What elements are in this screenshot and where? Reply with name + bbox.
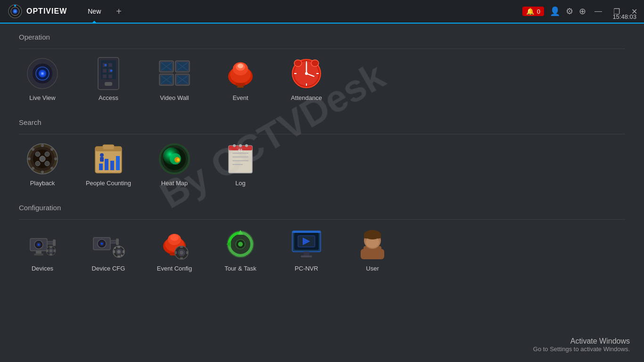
svg-point-132 [170,234,179,241]
log-icon: 01 [223,142,257,176]
menu-item-heat-map[interactable]: Heat Map [151,142,198,187]
svg-rect-77 [110,161,114,170]
svg-rect-118 [116,239,119,245]
attendance-label: Attendance [291,94,322,101]
bell-icon: 🔔 [526,8,534,15]
pc-nvr-icon [289,227,323,261]
playback-icon [25,142,59,176]
log-label: Log [235,180,246,187]
svg-point-63 [40,156,45,162]
main-content: Operation Live View [0,24,644,362]
time-display: 15:48:03 [612,13,636,20]
svg-rect-104 [36,251,41,254]
event-config-label: Event Config [157,265,192,272]
svg-point-70 [32,167,34,170]
svg-rect-41 [237,86,244,88]
menu-item-log[interactable]: 01 Log [217,142,264,187]
heat-map-label: Heat Map [161,180,188,187]
svg-rect-117 [110,240,117,243]
svg-rect-105 [34,254,43,255]
operation-items: Live View [19,57,625,109]
svg-point-95 [233,144,236,147]
svg-point-68 [32,148,34,151]
svg-rect-111 [46,249,48,252]
device-cfg-icon [91,227,125,261]
live-view-icon [25,57,59,90]
svg-point-64 [41,144,44,147]
svg-rect-102 [47,241,54,244]
svg-point-61 [35,161,40,166]
menu-item-attendance[interactable]: Attendance [283,57,330,101]
svg-point-101 [38,244,40,246]
user-label: User [366,265,379,272]
svg-rect-112 [54,249,56,252]
section-search: Search [19,118,625,194]
minimize-button[interactable]: — [592,7,605,16]
pc-nvr-label: PC-NVR [295,265,318,272]
svg-rect-17 [103,74,107,78]
section-search-title: Search [19,118,625,126]
svg-rect-80 [100,157,104,162]
svg-rect-124 [113,250,115,253]
people-counting-label: People Counting [86,180,131,187]
svg-text:01: 01 [239,148,243,152]
video-wall-icon [157,57,191,90]
svg-rect-150 [304,252,309,255]
menu-item-playback[interactable]: Playback [19,142,66,187]
devices-label: Devices [32,265,53,272]
svg-point-108 [50,249,52,252]
devices-icon [25,227,59,261]
section-search-sep [19,134,625,134]
svg-point-79 [100,153,104,157]
settings-icon[interactable]: ⚙ [566,6,573,16]
svg-rect-151 [301,255,312,257]
menu-item-access[interactable]: Access [85,57,132,101]
svg-rect-75 [99,164,103,170]
svg-rect-136 [180,246,183,248]
menu-item-devices[interactable]: Devices [19,227,66,272]
menu-item-video-wall[interactable]: Video Wall [151,57,198,101]
event-icon [223,57,257,90]
svg-rect-76 [105,159,108,170]
menu-item-device-cfg[interactable]: Device CFG [85,227,132,272]
menu-item-event-config[interactable]: Event Config [151,227,198,272]
alert-badge[interactable]: 🔔 0 [522,7,544,16]
svg-point-97 [245,144,248,147]
menu-item-event[interactable]: Event [217,57,264,101]
svg-point-54 [294,60,302,66]
svg-rect-157 [364,235,381,239]
svg-rect-18 [108,74,112,78]
configuration-items: Devices [19,227,625,280]
playback-label: Playback [30,180,55,187]
app-logo-icon [8,4,23,19]
svg-point-62 [45,161,50,166]
tab-area: New + [78,5,125,18]
menu-item-user[interactable]: User [349,227,396,272]
svg-rect-122 [117,246,120,248]
search-items: Playback [19,142,625,194]
svg-point-96 [239,144,242,147]
svg-point-59 [35,152,40,156]
svg-point-69 [50,148,53,151]
svg-point-135 [180,251,183,255]
svg-point-144 [238,242,243,247]
svg-point-67 [54,157,57,160]
logo-area: OPTIVIEW [0,4,74,19]
tab-add-button[interactable]: + [112,6,125,17]
menu-item-pc-nvr[interactable]: PC-NVR [283,227,330,272]
svg-rect-74 [103,145,114,149]
svg-point-60 [45,152,50,156]
svg-point-10 [41,73,43,74]
user-config-icon [355,227,389,261]
svg-rect-109 [50,246,52,248]
section-configuration: Configuration [19,204,625,280]
menu-item-people-counting[interactable]: People Counting [85,142,132,187]
user-icon[interactable]: 👤 [550,6,560,16]
svg-point-121 [117,250,121,254]
menu-item-tour-task[interactable]: Tour & Task [217,227,264,272]
network-icon[interactable]: ⊕ [579,6,586,16]
svg-point-66 [28,157,31,160]
heat-map-icon [157,142,191,176]
menu-item-live-view[interactable]: Live View [19,57,66,101]
tab-new[interactable]: New [78,5,110,18]
